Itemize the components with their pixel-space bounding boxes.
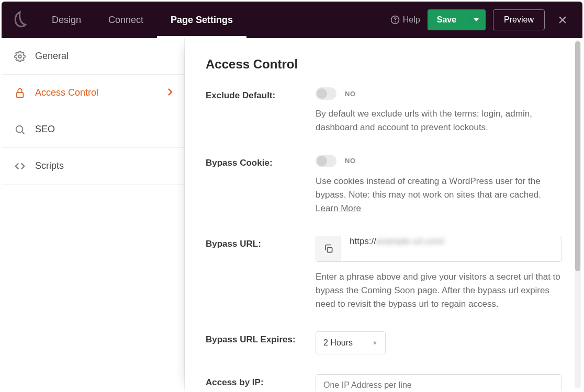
field-label: Access by IP: [206,374,316,388]
settings-sidebar: General Access Control SEO [2,38,185,390]
sidebar-item-label: General [35,51,69,62]
tab-design[interactable]: Design [38,2,95,38]
row-bypass-cookie: Bypass Cookie: NO Use cookies instead of… [206,155,561,216]
header-right: Help Save Preview [390,9,573,30]
toggle-state-label: NO [345,90,356,98]
top-header: Design Connect Page Settings Help Save P… [2,2,582,38]
bypass-cookie-toggle[interactable] [316,155,336,167]
exclude-default-toggle[interactable] [316,87,336,100]
search-icon [14,124,26,135]
tab-connect[interactable]: Connect [95,2,157,38]
tab-label: Page Settings [171,15,233,26]
svg-point-4 [16,125,23,132]
main-panel: Access Control Exclude Default: NO By de… [185,38,582,390]
save-button[interactable]: Save [428,9,466,30]
sidebar-item-access-control[interactable]: Access Control [2,75,184,111]
sidebar-item-general[interactable]: General [2,38,184,75]
app-logo [2,2,38,38]
select-value: 2 Hours [323,338,353,348]
help-link[interactable]: Help [390,15,420,25]
row-bypass-url: Bypass URL: https://example-url.com/ Ent… [206,236,561,312]
field-description: By default we exclude urls with the term… [316,107,561,135]
body: General Access Control SEO [2,38,582,390]
field-label: Bypass URL Expires: [206,331,316,345]
scrollbar[interactable] [575,40,581,388]
copy-url-button[interactable] [316,236,341,261]
sidebar-item-label: Access Control [35,87,98,98]
help-label: Help [403,15,420,25]
learn-more-link[interactable]: Learn More [316,203,361,213]
svg-point-1 [395,21,395,22]
toggle-state-label: NO [345,157,356,165]
bypass-url-value[interactable]: https://example-url.com/ [341,236,561,261]
scrollbar-thumb[interactable] [575,41,580,271]
chevron-down-icon: ▼ [372,340,378,346]
url-prefix: https:// [350,236,376,246]
save-button-group: Save [428,9,486,30]
svg-rect-3 [17,93,24,97]
description-text: Use cookies instead of creating a WordPr… [316,176,541,200]
save-dropdown-button[interactable] [466,9,486,30]
sidebar-item-seo[interactable]: SEO [2,111,184,148]
copy-icon [323,244,334,254]
close-button[interactable] [552,9,573,30]
lock-icon [14,87,26,99]
field-description: Use cookies instead of creating a WordPr… [316,175,561,216]
row-access-by-ip: Access by IP: [206,374,561,390]
help-icon [390,15,400,25]
preview-button[interactable]: Preview [493,9,545,30]
field-label: Bypass Cookie: [206,155,316,168]
bypass-url-field: https://example-url.com/ [316,236,561,262]
sidebar-item-label: SEO [35,124,55,135]
page-title: Access Control [206,57,561,72]
bypass-expires-select[interactable]: 2 Hours ▼ [316,331,386,354]
row-exclude-default: Exclude Default: NO By default we exclud… [206,87,561,135]
field-label: Bypass URL: [206,236,316,249]
chevron-down-icon [474,17,479,22]
code-icon [14,160,26,172]
svg-rect-5 [327,247,332,252]
field-description: Enter a phrase above and give your visit… [316,270,561,312]
field-label: Exclude Default: [206,87,316,101]
tab-label: Design [52,15,81,26]
sidebar-item-scripts[interactable]: Scripts [2,148,184,185]
chevron-right-icon [167,87,173,98]
svg-point-2 [18,55,21,58]
url-hidden: example-url.com/ [376,236,444,247]
access-by-ip-textarea[interactable] [316,374,561,390]
sidebar-item-label: Scripts [35,160,64,171]
close-icon [557,15,568,25]
gear-icon [14,51,26,62]
top-tabs: Design Connect Page Settings [38,2,246,38]
tab-page-settings[interactable]: Page Settings [157,2,246,38]
row-bypass-url-expires: Bypass URL Expires: 2 Hours ▼ [206,331,561,354]
tab-label: Connect [108,15,143,26]
